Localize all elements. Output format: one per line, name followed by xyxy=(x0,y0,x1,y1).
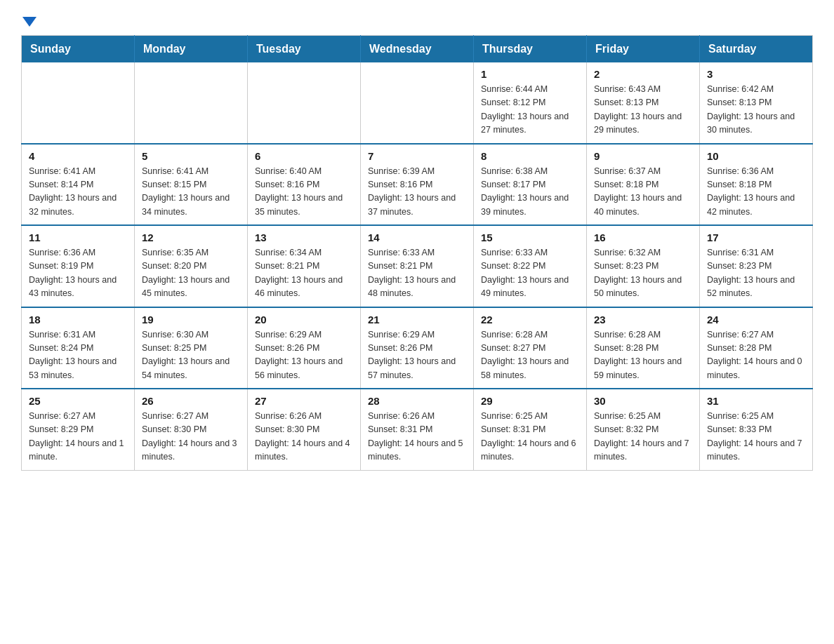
day-info: Sunrise: 6:25 AM Sunset: 8:32 PM Dayligh… xyxy=(594,410,692,464)
day-number: 20 xyxy=(255,314,353,326)
day-number: 12 xyxy=(142,232,240,243)
calendar-cell: 1Sunrise: 6:44 AM Sunset: 8:12 PM Daylig… xyxy=(474,62,587,144)
day-number: 25 xyxy=(29,395,127,407)
day-number: 27 xyxy=(255,395,353,407)
calendar-cell: 28Sunrise: 6:26 AM Sunset: 8:31 PM Dayli… xyxy=(361,389,474,470)
logo xyxy=(21,14,37,24)
weekday-header-row: SundayMondayTuesdayWednesdayThursdayFrid… xyxy=(22,36,813,63)
weekday-header-friday: Friday xyxy=(587,36,700,63)
day-info: Sunrise: 6:29 AM Sunset: 8:26 PM Dayligh… xyxy=(368,328,466,383)
day-info: Sunrise: 6:39 AM Sunset: 8:16 PM Dayligh… xyxy=(368,165,466,220)
calendar-cell: 13Sunrise: 6:34 AM Sunset: 8:21 PM Dayli… xyxy=(248,225,361,307)
weekday-header-monday: Monday xyxy=(135,36,248,63)
calendar-cell: 5Sunrise: 6:41 AM Sunset: 8:15 PM Daylig… xyxy=(135,144,248,226)
calendar-cell: 9Sunrise: 6:37 AM Sunset: 8:18 PM Daylig… xyxy=(587,144,700,226)
calendar-week-4: 18Sunrise: 6:31 AM Sunset: 8:24 PM Dayli… xyxy=(22,307,813,389)
calendar-cell: 14Sunrise: 6:33 AM Sunset: 8:21 PM Dayli… xyxy=(361,225,474,307)
calendar-cell: 11Sunrise: 6:36 AM Sunset: 8:19 PM Dayli… xyxy=(22,225,135,307)
calendar-cell: 2Sunrise: 6:43 AM Sunset: 8:13 PM Daylig… xyxy=(587,62,700,144)
day-number: 26 xyxy=(142,395,240,407)
day-info: Sunrise: 6:31 AM Sunset: 8:24 PM Dayligh… xyxy=(29,328,127,383)
calendar-week-1: 1Sunrise: 6:44 AM Sunset: 8:12 PM Daylig… xyxy=(22,62,813,144)
day-number: 14 xyxy=(368,232,466,243)
day-number: 17 xyxy=(707,232,805,243)
calendar-cell: 6Sunrise: 6:40 AM Sunset: 8:16 PM Daylig… xyxy=(248,144,361,226)
weekday-header-thursday: Thursday xyxy=(474,36,587,63)
day-number: 10 xyxy=(707,150,805,162)
calendar-cell: 10Sunrise: 6:36 AM Sunset: 8:18 PM Dayli… xyxy=(700,144,813,226)
calendar-cell: 15Sunrise: 6:33 AM Sunset: 8:22 PM Dayli… xyxy=(474,225,587,307)
day-number: 31 xyxy=(707,395,805,407)
calendar-week-3: 11Sunrise: 6:36 AM Sunset: 8:19 PM Dayli… xyxy=(22,225,813,307)
day-info: Sunrise: 6:36 AM Sunset: 8:18 PM Dayligh… xyxy=(707,165,805,220)
day-number: 24 xyxy=(707,314,805,326)
logo-arrow-icon xyxy=(22,17,37,27)
day-info: Sunrise: 6:35 AM Sunset: 8:20 PM Dayligh… xyxy=(142,246,240,301)
day-info: Sunrise: 6:38 AM Sunset: 8:17 PM Dayligh… xyxy=(481,165,579,220)
day-number: 22 xyxy=(481,314,579,326)
calendar-week-2: 4Sunrise: 6:41 AM Sunset: 8:14 PM Daylig… xyxy=(22,144,813,226)
weekday-header-tuesday: Tuesday xyxy=(248,36,361,63)
calendar-cell: 24Sunrise: 6:27 AM Sunset: 8:28 PM Dayli… xyxy=(700,307,813,389)
day-info: Sunrise: 6:37 AM Sunset: 8:18 PM Dayligh… xyxy=(594,165,692,220)
calendar-cell: 7Sunrise: 6:39 AM Sunset: 8:16 PM Daylig… xyxy=(361,144,474,226)
calendar-cell: 23Sunrise: 6:28 AM Sunset: 8:28 PM Dayli… xyxy=(587,307,700,389)
day-info: Sunrise: 6:32 AM Sunset: 8:23 PM Dayligh… xyxy=(594,246,692,301)
day-info: Sunrise: 6:36 AM Sunset: 8:19 PM Dayligh… xyxy=(29,246,127,301)
day-info: Sunrise: 6:27 AM Sunset: 8:29 PM Dayligh… xyxy=(29,410,127,464)
calendar-cell: 29Sunrise: 6:25 AM Sunset: 8:31 PM Dayli… xyxy=(474,389,587,470)
day-number: 13 xyxy=(255,232,353,243)
day-info: Sunrise: 6:34 AM Sunset: 8:21 PM Dayligh… xyxy=(255,246,353,301)
calendar-cell: 31Sunrise: 6:25 AM Sunset: 8:33 PM Dayli… xyxy=(700,389,813,470)
day-info: Sunrise: 6:27 AM Sunset: 8:28 PM Dayligh… xyxy=(707,328,805,383)
day-info: Sunrise: 6:33 AM Sunset: 8:22 PM Dayligh… xyxy=(481,246,579,301)
calendar-cell: 30Sunrise: 6:25 AM Sunset: 8:32 PM Dayli… xyxy=(587,389,700,470)
calendar-cell: 8Sunrise: 6:38 AM Sunset: 8:17 PM Daylig… xyxy=(474,144,587,226)
day-info: Sunrise: 6:44 AM Sunset: 8:12 PM Dayligh… xyxy=(481,83,579,137)
day-number: 3 xyxy=(707,68,805,80)
day-info: Sunrise: 6:41 AM Sunset: 8:14 PM Dayligh… xyxy=(29,165,127,220)
calendar-body: 1Sunrise: 6:44 AM Sunset: 8:12 PM Daylig… xyxy=(22,62,813,470)
day-number: 15 xyxy=(481,232,579,243)
day-number: 2 xyxy=(594,68,692,80)
day-number: 5 xyxy=(142,150,240,162)
day-number: 7 xyxy=(368,150,466,162)
day-info: Sunrise: 6:26 AM Sunset: 8:31 PM Dayligh… xyxy=(368,410,466,464)
weekday-header-wednesday: Wednesday xyxy=(361,36,474,63)
calendar-cell xyxy=(248,62,361,144)
day-info: Sunrise: 6:27 AM Sunset: 8:30 PM Dayligh… xyxy=(142,410,240,464)
calendar-table: SundayMondayTuesdayWednesdayThursdayFrid… xyxy=(21,35,813,471)
day-number: 1 xyxy=(481,68,579,80)
day-number: 9 xyxy=(594,150,692,162)
day-number: 11 xyxy=(29,232,127,243)
day-info: Sunrise: 6:25 AM Sunset: 8:31 PM Dayligh… xyxy=(481,410,579,464)
calendar-cell: 27Sunrise: 6:26 AM Sunset: 8:30 PM Dayli… xyxy=(248,389,361,470)
day-number: 18 xyxy=(29,314,127,326)
day-number: 8 xyxy=(481,150,579,162)
day-info: Sunrise: 6:41 AM Sunset: 8:15 PM Dayligh… xyxy=(142,165,240,220)
calendar-cell xyxy=(361,62,474,144)
day-number: 19 xyxy=(142,314,240,326)
day-number: 6 xyxy=(255,150,353,162)
day-info: Sunrise: 6:26 AM Sunset: 8:30 PM Dayligh… xyxy=(255,410,353,464)
day-info: Sunrise: 6:29 AM Sunset: 8:26 PM Dayligh… xyxy=(255,328,353,383)
day-number: 23 xyxy=(594,314,692,326)
day-info: Sunrise: 6:31 AM Sunset: 8:23 PM Dayligh… xyxy=(707,246,805,301)
day-info: Sunrise: 6:42 AM Sunset: 8:13 PM Dayligh… xyxy=(707,83,805,137)
day-number: 30 xyxy=(594,395,692,407)
weekday-header-sunday: Sunday xyxy=(22,36,135,63)
day-number: 29 xyxy=(481,395,579,407)
calendar-cell: 12Sunrise: 6:35 AM Sunset: 8:20 PM Dayli… xyxy=(135,225,248,307)
day-info: Sunrise: 6:40 AM Sunset: 8:16 PM Dayligh… xyxy=(255,165,353,220)
calendar-cell: 22Sunrise: 6:28 AM Sunset: 8:27 PM Dayli… xyxy=(474,307,587,389)
day-number: 21 xyxy=(368,314,466,326)
calendar-cell: 26Sunrise: 6:27 AM Sunset: 8:30 PM Dayli… xyxy=(135,389,248,470)
day-number: 28 xyxy=(368,395,466,407)
day-number: 4 xyxy=(29,150,127,162)
weekday-header-saturday: Saturday xyxy=(700,36,813,63)
calendar-cell: 20Sunrise: 6:29 AM Sunset: 8:26 PM Dayli… xyxy=(248,307,361,389)
calendar-cell: 21Sunrise: 6:29 AM Sunset: 8:26 PM Dayli… xyxy=(361,307,474,389)
day-info: Sunrise: 6:28 AM Sunset: 8:28 PM Dayligh… xyxy=(594,328,692,383)
calendar-header: SundayMondayTuesdayWednesdayThursdayFrid… xyxy=(22,36,813,63)
calendar-cell: 17Sunrise: 6:31 AM Sunset: 8:23 PM Dayli… xyxy=(700,225,813,307)
